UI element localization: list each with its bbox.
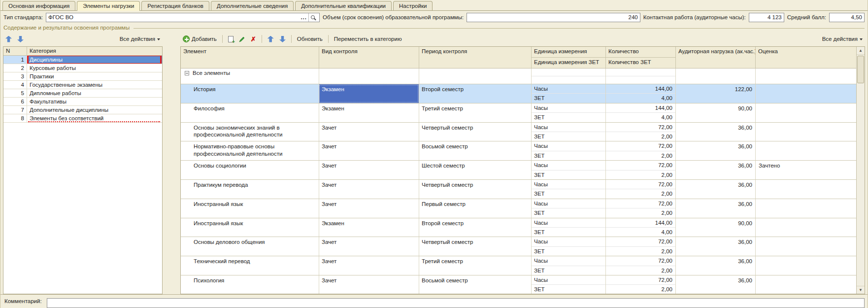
quantity-cell[interactable]: 72,00 2,00 bbox=[605, 180, 675, 199]
element-name-cell[interactable]: Психология bbox=[181, 275, 319, 294]
quantity-cell[interactable]: 144,00 4,00 bbox=[605, 103, 675, 122]
load-cell[interactable]: 90,00 bbox=[675, 218, 755, 237]
grade-cell[interactable] bbox=[755, 103, 856, 122]
element-move-up-button[interactable] bbox=[266, 35, 275, 43]
unit-cell[interactable]: Часы ЗЕТ bbox=[531, 237, 605, 256]
control-type-cell[interactable]: Зачет bbox=[319, 123, 419, 141]
unit-cell[interactable]: Часы ЗЕТ bbox=[531, 218, 605, 237]
category-row[interactable]: 3 Практики bbox=[3, 72, 162, 81]
unit-cell[interactable]: Часы ЗЕТ bbox=[531, 103, 605, 122]
load-cell[interactable]: 90,00 bbox=[675, 103, 755, 122]
element-name-cell[interactable]: Основы экономических знаний в профессион… bbox=[181, 123, 319, 141]
category-row[interactable]: 1 Дисциплины bbox=[3, 56, 162, 64]
element-row[interactable]: История Экзамен Второй семестр Часы ЗЕТ … bbox=[181, 84, 856, 103]
control-period-cell[interactable]: Четвертый семестр bbox=[419, 237, 531, 256]
quantity-cell[interactable]: 72,00 2,00 bbox=[605, 237, 675, 256]
control-type-cell[interactable]: Экзамен bbox=[319, 84, 419, 103]
control-type-cell[interactable]: Экзамен bbox=[319, 218, 419, 237]
control-type-cell[interactable]: Экзамен bbox=[319, 103, 419, 122]
delete-button[interactable]: ✗ bbox=[249, 35, 258, 43]
grade-cell[interactable] bbox=[755, 237, 856, 256]
load-cell[interactable]: 36,00 bbox=[675, 161, 755, 179]
scroll-thumb[interactable] bbox=[857, 56, 864, 83]
grade-cell[interactable] bbox=[755, 275, 856, 294]
comment-input[interactable] bbox=[47, 298, 865, 308]
control-period-cell[interactable]: Третий семестр bbox=[419, 256, 531, 275]
control-period-cell[interactable]: Шестой семестр bbox=[419, 161, 531, 179]
tab[interactable]: Дополнительные сведения bbox=[211, 1, 294, 10]
control-type-cell[interactable]: Зачет bbox=[319, 256, 419, 275]
column-header-control-period[interactable]: Период контроля bbox=[419, 47, 531, 68]
control-period-cell[interactable]: Четвертый семестр bbox=[419, 180, 531, 199]
load-cell[interactable]: 36,00 bbox=[675, 141, 755, 160]
tab[interactable]: Дополнительные квалификации bbox=[295, 1, 392, 10]
unit-cell[interactable]: Часы ЗЕТ bbox=[531, 180, 605, 199]
contact-work-input[interactable]: 4 123 bbox=[749, 13, 784, 22]
element-name-cell[interactable]: Иностранный язык bbox=[181, 199, 319, 218]
control-period-cell[interactable]: Восьмой семестр bbox=[419, 141, 531, 160]
element-name-cell[interactable]: Практикум перевода bbox=[181, 180, 319, 199]
open-button[interactable] bbox=[308, 13, 317, 22]
element-row[interactable]: Технический перевод Зачет Третий семестр… bbox=[181, 256, 856, 275]
element-move-down-button[interactable] bbox=[278, 35, 287, 43]
choose-button[interactable]: ... bbox=[299, 14, 308, 20]
element-row[interactable]: Основы экономических знаний в профессион… bbox=[181, 123, 856, 142]
element-name-cell[interactable]: Технический перевод bbox=[181, 256, 319, 275]
tab[interactable]: Регистрация бланков bbox=[141, 1, 209, 10]
load-cell[interactable]: 122,00 bbox=[675, 84, 755, 103]
copy-button[interactable] bbox=[227, 35, 235, 43]
column-header-load[interactable]: Аудиторная нагрузка (ак.час.) bbox=[675, 47, 755, 68]
move-to-category-button[interactable]: Переместить в категорию bbox=[333, 35, 403, 43]
column-header-unit-main[interactable]: Единица измерения bbox=[532, 47, 605, 58]
control-period-cell[interactable]: Второй семестр bbox=[419, 218, 531, 237]
column-header-unit-zet[interactable]: Единица измерения ЗЕТ bbox=[532, 58, 605, 68]
tab[interactable]: Основная информация bbox=[2, 1, 75, 10]
quantity-cell[interactable]: 72,00 2,00 bbox=[605, 123, 675, 141]
grade-cell[interactable] bbox=[755, 218, 856, 237]
control-period-cell[interactable]: Первый семестр bbox=[419, 199, 531, 218]
category-row[interactable]: 4 Государственные экзамены bbox=[3, 81, 162, 89]
unit-cell[interactable]: Часы ЗЕТ bbox=[531, 161, 605, 179]
element-row[interactable]: Основы делового общения Зачет Четвертый … bbox=[181, 237, 856, 256]
column-header-category[interactable]: Категория bbox=[27, 47, 162, 55]
element-row[interactable]: Иностранный язык Экзамен Второй семестр … bbox=[181, 218, 856, 238]
control-period-cell[interactable]: Третий семестр bbox=[419, 103, 531, 122]
element-name-cell[interactable]: Иностранный язык bbox=[181, 218, 319, 237]
control-type-cell[interactable]: Зачет bbox=[319, 180, 419, 199]
vertical-scrollbar[interactable]: ▲ ▼ bbox=[856, 47, 865, 294]
edit-button[interactable] bbox=[237, 35, 247, 43]
grade-cell[interactable]: Зачтено bbox=[755, 161, 856, 179]
control-period-cell[interactable]: Четвертый семестр bbox=[419, 123, 531, 141]
control-type-cell[interactable]: Зачет bbox=[319, 141, 419, 160]
element-name-cell[interactable]: Нормативно-правовые основы профессиональ… bbox=[181, 141, 319, 160]
standard-type-input[interactable]: ФГОС ВО ... bbox=[46, 13, 320, 22]
category-row[interactable]: 6 Факультативы bbox=[3, 98, 162, 106]
unit-cell[interactable]: Часы ЗЕТ bbox=[531, 84, 605, 103]
column-header-n[interactable]: N bbox=[3, 47, 27, 55]
tab[interactable]: Настройки bbox=[393, 1, 433, 10]
scroll-up-button[interactable]: ▲ bbox=[857, 47, 865, 55]
unit-cell[interactable]: Часы ЗЕТ bbox=[531, 123, 605, 141]
grade-cell[interactable] bbox=[755, 84, 856, 103]
load-cell[interactable]: 36,00 bbox=[675, 256, 755, 275]
quantity-cell[interactable]: 144,00 4,00 bbox=[605, 84, 675, 103]
grade-cell[interactable] bbox=[755, 123, 856, 141]
column-header-qty-zet[interactable]: Количество ЗЕТ bbox=[606, 58, 675, 68]
load-cell[interactable]: 36,00 bbox=[675, 275, 755, 294]
unit-cell[interactable]: Часы ЗЕТ bbox=[531, 141, 605, 160]
group-row-all-elements[interactable]: Все элементы bbox=[181, 68, 856, 84]
all-actions-button-right[interactable]: Все действия bbox=[821, 35, 864, 43]
volume-input[interactable]: 240 bbox=[467, 13, 640, 22]
element-row[interactable]: Психология Зачет Восьмой семестр Часы ЗЕ… bbox=[181, 275, 856, 294]
scroll-down-button[interactable]: ▼ bbox=[857, 286, 865, 294]
element-row[interactable]: Основы социологии Зачет Шестой семестр Ч… bbox=[181, 161, 856, 180]
tab[interactable]: Элементы нагрузки bbox=[77, 1, 140, 11]
control-type-cell[interactable]: Зачет bbox=[319, 199, 419, 218]
quantity-cell[interactable]: 72,00 2,00 bbox=[605, 275, 675, 294]
category-row[interactable]: 2 Курсовые работы bbox=[3, 64, 162, 72]
load-cell[interactable]: 36,00 bbox=[675, 123, 755, 141]
load-cell[interactable]: 36,00 bbox=[675, 180, 755, 199]
category-row[interactable]: 8 Элементы без соответствий bbox=[3, 114, 162, 123]
element-name-cell[interactable]: Основы социологии bbox=[181, 161, 319, 179]
unit-cell[interactable]: Часы ЗЕТ bbox=[531, 256, 605, 275]
